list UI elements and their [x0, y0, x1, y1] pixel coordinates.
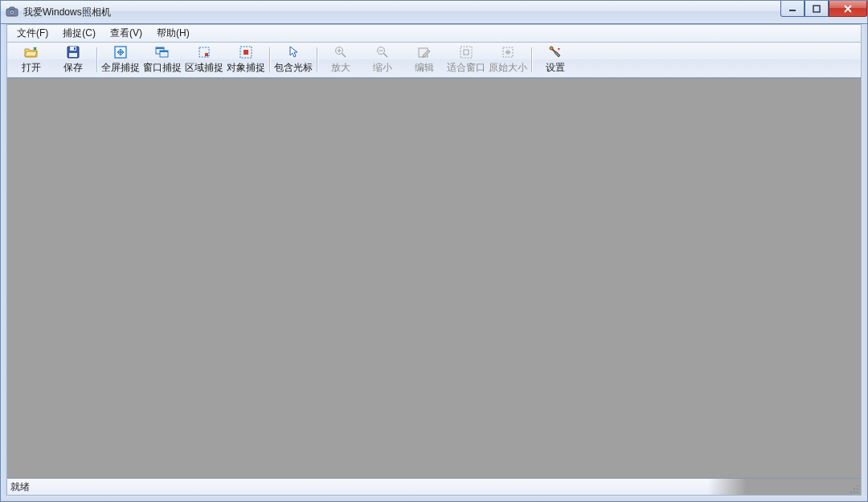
- settings-icon: [549, 45, 562, 59]
- menu-capture[interactable]: 捕捉(C): [56, 25, 102, 42]
- menu-help[interactable]: 帮助(H): [150, 25, 196, 42]
- content-area: [7, 78, 861, 479]
- edit-button: 编辑: [403, 44, 445, 76]
- svg-point-27: [854, 488, 855, 490]
- svg-point-30: [854, 492, 855, 493]
- client-area: 文件(F) 捕捉(C) 查看(V) 帮助(H) 打开: [6, 24, 862, 496]
- fullscreen-capture-icon: [114, 45, 127, 59]
- svg-rect-5: [813, 6, 820, 12]
- include-cursor-button[interactable]: 包含光标: [272, 44, 314, 76]
- status-bar: 就绪: [7, 479, 861, 495]
- zoom-in-label: 放大: [331, 61, 350, 75]
- actual-size-label: 原始大小: [489, 61, 527, 75]
- svg-point-31: [857, 492, 858, 493]
- fit-window-icon: [460, 45, 473, 59]
- svg-rect-1: [10, 7, 14, 10]
- svg-point-3: [11, 11, 14, 14]
- menu-view[interactable]: 查看(V): [104, 25, 149, 42]
- window-capture-button[interactable]: 窗口捕捉: [141, 44, 183, 76]
- frame-border-bottom: [0, 496, 868, 502]
- svg-rect-22: [461, 47, 472, 58]
- region-capture-button[interactable]: 区域捕捉: [183, 44, 225, 76]
- edit-icon: [418, 45, 431, 59]
- toolbar-separator: [269, 47, 270, 72]
- actual-size-button: 原始大小: [487, 44, 529, 76]
- maximize-button[interactable]: [805, 1, 829, 17]
- include-cursor-label: 包含光标: [274, 61, 313, 75]
- svg-rect-14: [160, 51, 168, 52]
- svg-rect-23: [464, 50, 469, 55]
- window-title: 我爱Windows照相机: [23, 6, 111, 19]
- svg-point-28: [857, 488, 858, 490]
- open-label: 打开: [22, 61, 41, 75]
- window-capture-icon: [155, 45, 170, 59]
- object-capture-label: 对象捕捉: [227, 61, 265, 75]
- edit-label: 编辑: [415, 61, 434, 75]
- zoom-in-icon: [334, 45, 347, 59]
- settings-label: 设置: [546, 61, 565, 75]
- fullscreen-capture-label: 全屏捕捉: [101, 61, 140, 75]
- zoom-in-button: 放大: [320, 44, 362, 76]
- zoom-out-icon: [376, 45, 389, 59]
- toolbar-separator: [96, 47, 97, 72]
- object-capture-icon: [240, 45, 252, 59]
- svg-point-29: [850, 492, 852, 493]
- menu-file[interactable]: 文件(F): [10, 25, 55, 42]
- toolbar: 打开 保存 全屏捕捉: [7, 43, 861, 78]
- status-text: 就绪: [10, 480, 30, 494]
- frame-border-right: [862, 24, 868, 502]
- fit-window-label: 适合窗口: [447, 61, 485, 75]
- svg-rect-16: [205, 53, 208, 56]
- svg-rect-12: [156, 47, 164, 49]
- app-icon: [6, 6, 18, 18]
- svg-rect-4: [789, 10, 796, 11]
- region-capture-icon: [198, 45, 211, 59]
- region-capture-label: 区域捕捉: [185, 61, 223, 75]
- svg-point-26: [857, 485, 858, 487]
- svg-point-25: [550, 47, 553, 50]
- settings-button[interactable]: 设置: [534, 44, 576, 76]
- svg-rect-18: [244, 50, 248, 55]
- zoom-out-button: 缩小: [362, 44, 403, 76]
- open-button[interactable]: 打开: [10, 44, 52, 76]
- status-fade: [708, 479, 861, 495]
- resize-grip-icon[interactable]: [848, 483, 859, 494]
- floppy-disk-icon: [67, 45, 80, 59]
- close-button[interactable]: [829, 1, 867, 17]
- title-bar: 我爱Windows照相机: [0, 0, 868, 24]
- fullscreen-capture-button[interactable]: 全屏捕捉: [100, 44, 141, 76]
- svg-rect-9: [69, 53, 77, 57]
- frame-border-left: [0, 24, 6, 502]
- folder-open-icon: [24, 45, 39, 59]
- zoom-out-label: 缩小: [373, 61, 392, 75]
- svg-rect-8: [74, 47, 76, 50]
- window-controls: [780, 1, 867, 17]
- menu-bar: 文件(F) 捕捉(C) 查看(V) 帮助(H): [7, 25, 861, 43]
- fit-window-button: 适合窗口: [445, 44, 487, 76]
- toolbar-separator: [317, 47, 317, 72]
- save-label: 保存: [63, 61, 83, 75]
- window-capture-label: 窗口捕捉: [143, 61, 182, 75]
- toolbar-separator: [531, 47, 532, 72]
- actual-size-icon: [502, 45, 514, 59]
- minimize-button[interactable]: [780, 1, 805, 17]
- save-button[interactable]: 保存: [52, 44, 94, 76]
- cursor-icon: [288, 45, 299, 59]
- object-capture-button[interactable]: 对象捕捉: [225, 44, 267, 76]
